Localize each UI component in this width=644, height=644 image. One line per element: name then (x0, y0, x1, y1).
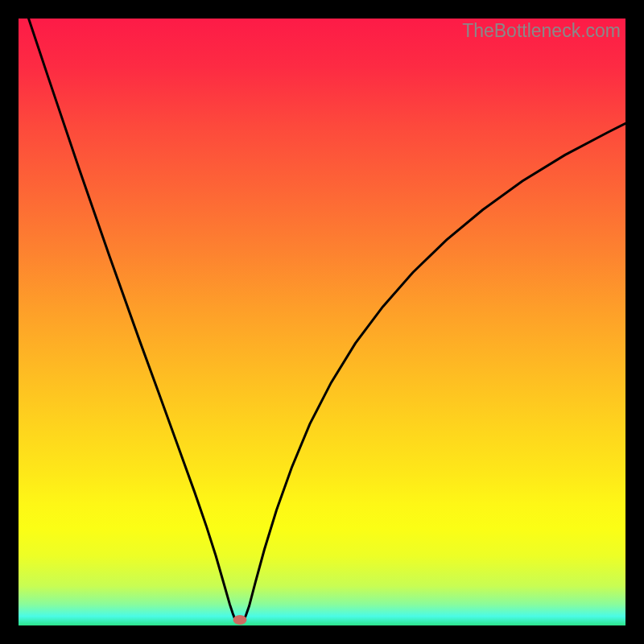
optimum-marker (233, 615, 247, 625)
plot-area (19, 19, 625, 625)
gradient-background (19, 19, 625, 625)
plot-frame: TheBottleneck.com (19, 19, 625, 625)
watermark-text: TheBottleneck.com (462, 20, 621, 42)
